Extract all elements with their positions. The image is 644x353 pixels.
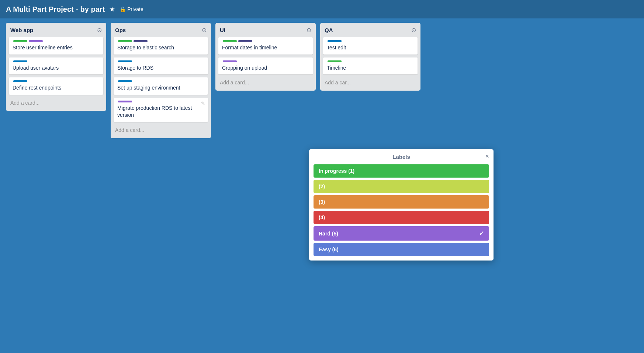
- card-text: Upload user avatars: [13, 65, 59, 71]
- card-color-bars: [222, 60, 309, 62]
- column-title: UI: [220, 27, 225, 33]
- label-item[interactable]: (4): [314, 211, 489, 224]
- label-check-icon: ✓: [479, 230, 484, 237]
- card-color-bars: [117, 80, 204, 82]
- column-header: QA⊙: [323, 26, 418, 34]
- label-item[interactable]: Hard (5)✓: [314, 226, 489, 241]
- color-bar: [13, 40, 27, 42]
- column-web-app: Web app⊙Store user timeline entriesUploa…: [6, 23, 106, 111]
- card[interactable]: Storage to RDS: [114, 57, 208, 75]
- card-text: Format dates in timeline: [222, 45, 277, 50]
- card-color-bars: [117, 101, 204, 102]
- label-item[interactable]: (3): [314, 195, 489, 209]
- card-text: Set up staging environment: [117, 85, 180, 91]
- column-title: Web app: [10, 27, 33, 33]
- add-card-button[interactable]: Add a card...: [218, 77, 313, 88]
- column-menu-icon[interactable]: ⊙: [97, 27, 102, 34]
- card-color-bars: [13, 80, 100, 82]
- color-bar: [118, 60, 132, 62]
- column-header: Web app⊙: [9, 26, 103, 34]
- label-text: (3): [319, 199, 325, 205]
- card-text: Storage to RDS: [117, 65, 153, 71]
- add-card-button[interactable]: Add a card...: [9, 98, 103, 108]
- card[interactable]: Storage to elastic search: [114, 37, 208, 55]
- board-title: A Multi Part Project - by part: [6, 5, 105, 14]
- card[interactable]: Migrate production RDS to latest version…: [114, 98, 208, 122]
- card-color-bars: [13, 60, 100, 62]
- card[interactable]: Timeline: [323, 57, 418, 75]
- column-ops: Ops⊙Storage to elastic searchStorage to …: [111, 23, 211, 138]
- labels-popup-header: Labels ×: [314, 154, 489, 160]
- card-color-bars: [13, 40, 100, 42]
- card-color-bars: [327, 40, 414, 42]
- color-bar: [118, 40, 132, 42]
- lock-icon: 🔒: [120, 6, 126, 12]
- label-item[interactable]: In progress (1): [314, 164, 489, 178]
- privacy-label: Private: [127, 6, 143, 12]
- card[interactable]: Define rest endpoints: [9, 77, 103, 95]
- star-icon[interactable]: ★: [109, 5, 115, 13]
- card[interactable]: Test edit: [323, 37, 418, 55]
- add-card-button[interactable]: Add a car...: [323, 77, 418, 88]
- color-bar: [328, 60, 342, 62]
- card[interactable]: Upload user avatars: [9, 57, 103, 75]
- card-color-bars: [117, 40, 204, 42]
- column-title: QA: [325, 27, 333, 33]
- label-item[interactable]: Easy (6): [314, 243, 489, 256]
- label-text: Easy (6): [319, 247, 339, 252]
- card-color-bars: [327, 60, 414, 62]
- card-text: Timeline: [327, 65, 346, 71]
- column-menu-icon[interactable]: ⊙: [202, 27, 207, 34]
- color-bar: [118, 101, 132, 102]
- card-text: Test edit: [327, 45, 346, 50]
- labels-popup: Labels × In progress (1)(2)(3)(4)Hard (5…: [309, 149, 494, 261]
- board: Web app⊙Store user timeline entriesUploa…: [0, 18, 644, 143]
- label-text: (4): [319, 214, 325, 220]
- board-header: A Multi Part Project - by part ★ 🔒 Priva…: [0, 0, 644, 18]
- column-menu-icon[interactable]: ⊙: [411, 27, 416, 34]
- card[interactable]: Format dates in timeline: [218, 37, 313, 55]
- card-color-bars: [222, 40, 309, 42]
- column-header: UI⊙: [218, 26, 313, 34]
- color-bar: [134, 40, 148, 42]
- color-bar: [328, 40, 342, 42]
- card[interactable]: Set up staging environment: [114, 77, 208, 95]
- color-bar: [13, 80, 27, 82]
- color-bar: [238, 40, 252, 42]
- column-title: Ops: [115, 27, 126, 33]
- add-card-button[interactable]: Add a card...: [114, 125, 208, 135]
- color-bar: [223, 40, 237, 42]
- column-qa: QA⊙Test editTimelineAdd a car...: [320, 23, 420, 91]
- card-text: Store user timeline entries: [13, 45, 73, 50]
- card-text: Migrate production RDS to latest version: [117, 105, 192, 118]
- label-text: Hard (5): [319, 231, 338, 237]
- label-text: (2): [319, 184, 325, 189]
- label-text: In progress (1): [319, 168, 354, 174]
- column-header: Ops⊙: [114, 26, 208, 34]
- labels-list: In progress (1)(2)(3)(4)Hard (5)✓Easy (6…: [314, 164, 489, 256]
- card-edit-icon[interactable]: ✎: [201, 101, 205, 106]
- card-text: Cropping on upload: [222, 65, 267, 71]
- labels-popup-title: Labels: [392, 154, 410, 160]
- card-color-bars: [117, 60, 204, 62]
- column-menu-icon[interactable]: ⊙: [307, 27, 311, 34]
- card-text: Storage to elastic search: [117, 45, 174, 50]
- close-icon[interactable]: ×: [485, 153, 489, 160]
- color-bar: [223, 60, 237, 62]
- color-bar: [118, 80, 132, 82]
- color-bar: [13, 60, 27, 62]
- card[interactable]: Store user timeline entries: [9, 37, 103, 55]
- card[interactable]: Cropping on upload: [218, 57, 313, 75]
- label-item[interactable]: (2): [314, 180, 489, 193]
- card-text: Define rest endpoints: [13, 85, 61, 91]
- column-ui: UI⊙Format dates in timelineCropping on u…: [215, 23, 316, 91]
- color-bar: [29, 40, 43, 42]
